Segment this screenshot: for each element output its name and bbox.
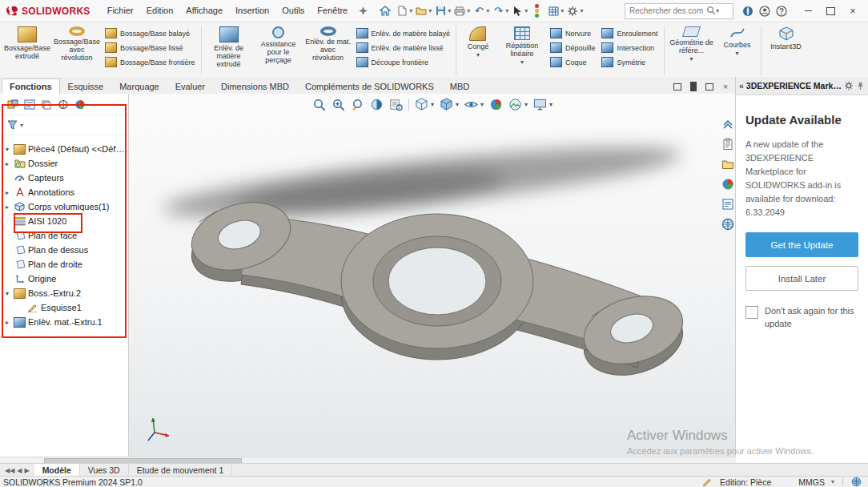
task-pane-gear-icon[interactable] [844,81,854,91]
tree-item-front-plane[interactable]: Plan de face [0,228,128,243]
motion-study-tab[interactable]: Etude de mouvement 1 [129,464,233,477]
menu-affichage[interactable]: Affichage [180,3,228,19]
scene-chevron-icon[interactable]: ▾ [524,101,528,108]
search-chevron-icon[interactable]: ▾ [716,7,719,14]
collapse-chevrons-icon[interactable]: « [739,81,744,91]
install-later-button[interactable]: Install Later [745,266,858,291]
draft-button[interactable]: Dépouille [547,41,599,54]
tree-item-top-plane[interactable]: Plan de dessus [0,243,128,257]
status-globe-icon[interactable] [851,477,862,487]
menu-edition[interactable]: Edition [141,3,179,19]
settings-gear-icon[interactable] [565,3,581,19]
menu-insertion[interactable]: Insertion [230,3,275,19]
settings-chevron-icon[interactable]: ▾ [580,7,583,14]
section-view-icon[interactable] [370,98,384,111]
doc-minimize-icon[interactable] [688,82,699,91]
hide-show-chevron-icon[interactable]: ▾ [480,101,484,108]
extruded-cut-button[interactable]: Enlèv. de matière extrudé [204,24,254,70]
design-library-icon[interactable] [721,158,734,171]
tab-dimensions-mbd[interactable]: Dimensions MBD [213,78,297,94]
reference-geometry-button[interactable]: Géométrie de référe... ▾ [667,24,717,65]
clipboard-icon[interactable] [721,138,734,151]
new-document-chevron-icon[interactable]: ▾ [409,7,412,14]
filter-funnel-icon[interactable] [6,119,18,131]
tab-complements[interactable]: Compléments de SOLIDWORKS [297,78,442,94]
wrap-button[interactable]: Enroulement [598,26,661,40]
view-settings-icon[interactable] [533,98,547,111]
table-chevron-icon[interactable]: ▾ [561,7,564,14]
expand-arrow-icon[interactable]: ▸ [3,203,11,211]
search-icon[interactable] [706,6,716,17]
fillet-chevron-icon[interactable]: ▾ [476,52,480,58]
tab-marquage[interactable]: Marquage [111,78,167,94]
menu-outils[interactable]: Outils [276,3,310,19]
status-units-text[interactable]: MMGS [798,477,825,487]
displaymanager-tab-icon[interactable] [74,99,86,110]
open-chevron-icon[interactable]: ▾ [428,7,432,14]
menu-fichier[interactable]: Fichier [102,3,139,19]
lofted-cut-button[interactable]: Enlèv. de matière lissé [353,41,453,54]
tree-item-sketch[interactable]: Esquisse1 [0,300,128,315]
linear-pattern-chevron-icon[interactable]: ▾ [520,59,524,66]
shell-button[interactable]: Coque [547,55,599,69]
previous-view-icon[interactable] [351,98,364,111]
model-tab[interactable]: Modèle [34,464,80,477]
open-icon[interactable] [413,3,429,19]
expand-arrow-icon[interactable]: ▸ [3,160,11,167]
filter-chevron-icon[interactable]: ▾ [20,122,23,129]
help-icon[interactable] [774,3,790,19]
redo-chevron-icon[interactable]: ▾ [505,7,508,14]
featuremanager-tab-icon[interactable] [6,99,18,110]
view-orientation-icon[interactable] [415,98,428,111]
print-icon[interactable] [452,3,468,19]
tab-esquisse[interactable]: Esquisse [60,78,112,94]
boundary-boss-button[interactable]: Bossage/Base frontière [102,55,199,69]
select-chevron-icon[interactable]: ▾ [524,7,528,14]
next-tab-arrow-icon[interactable]: ▶ [24,467,29,474]
mirror-button[interactable]: Symétrie [598,55,661,69]
reference-geometry-chevron-icon[interactable]: ▾ [690,56,693,62]
display-style-icon[interactable] [440,98,453,111]
intersect-button[interactable]: Intersection [598,41,661,54]
dont-ask-checkbox[interactable] [745,306,758,319]
boundary-cut-button[interactable]: Découpe frontière [353,55,453,69]
tree-item-solid-bodies[interactable]: ▸ Corps volumiques(1) [0,199,128,214]
window-minimize-button[interactable] [798,3,818,19]
view-orientation-chevron-icon[interactable]: ▾ [431,101,434,108]
search-input[interactable] [628,6,705,16]
get-update-button[interactable]: Get the Update [745,232,858,257]
redo-icon[interactable]: ↷ [490,3,506,19]
custom-properties-icon[interactable] [721,198,734,211]
dynamic-annotation-icon[interactable] [389,98,403,111]
extruded-boss-button[interactable]: Bossage/Base extrudé [2,24,52,62]
file-explorer-icon[interactable] [721,218,734,231]
edit-appearance-icon[interactable] [489,98,503,111]
rib-button[interactable]: Nervure [547,26,599,40]
doc-close-icon[interactable]: × [720,82,731,91]
command-search[interactable]: ▾ [625,3,733,19]
appearances-icon[interactable] [721,178,734,191]
first-tab-arrow-icon[interactable]: ◀◀ [5,467,14,474]
view-settings-chevron-icon[interactable]: ▾ [549,101,553,108]
menu-fenetre[interactable]: Fenêtre [311,3,353,19]
tree-item-cut-extrude[interactable]: ▸ Enlèv. mat.-Extru.1 [0,315,128,329]
curves-button[interactable]: Courbes ▾ [717,24,758,59]
hide-show-items-icon[interactable] [464,98,478,111]
save-chevron-icon[interactable]: ▾ [448,7,451,14]
dimxpertmanager-tab-icon[interactable] [57,99,69,110]
zoom-to-fit-icon[interactable] [312,98,326,111]
3d-model-connecting-rod[interactable] [129,94,736,457]
home-icon[interactable] [377,3,393,19]
revolved-cut-button[interactable]: Enlèv. de mat. avec révolution [303,24,353,64]
select-cursor-icon[interactable] [509,3,525,19]
tree-item-right-plane[interactable]: Plan de droite [0,257,128,272]
apply-scene-icon[interactable] [508,98,522,111]
lofted-boss-button[interactable]: Bossage/Base lissé [102,41,199,54]
design-table-icon[interactable] [545,3,561,19]
task-pane-pin-icon[interactable] [856,82,865,91]
window-close-button[interactable]: × [842,3,863,19]
swept-cut-button[interactable]: Enlèv. de matière balayé [353,26,453,40]
menu-pin-icon[interactable] [355,3,371,19]
print-chevron-icon[interactable]: ▾ [467,7,470,14]
expand-arrow-icon[interactable]: ▾ [3,290,11,297]
